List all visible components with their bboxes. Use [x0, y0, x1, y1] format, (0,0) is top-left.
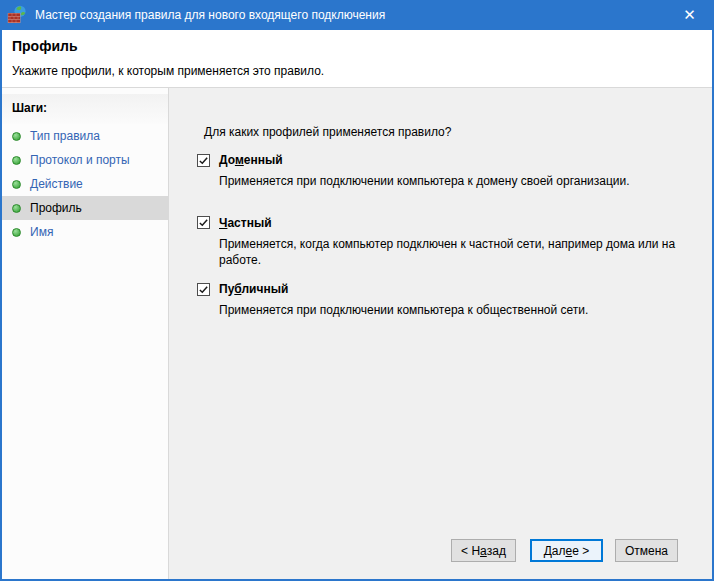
step-bullet-icon	[12, 204, 21, 213]
step-bullet-icon	[12, 228, 21, 237]
sidebar-item-action[interactable]: Действие	[2, 172, 168, 196]
steps-sidebar: Шаги: Тип правила Протокол и порты Дейст…	[2, 88, 169, 579]
checkmark-icon	[198, 155, 209, 166]
sidebar-item-label: Профиль	[30, 201, 82, 215]
profile-block-public: Публичный Применяется при подключении ко…	[197, 282, 712, 319]
step-bullet-icon	[12, 156, 21, 165]
checkmark-icon	[198, 284, 209, 295]
private-description: Применяется, когда компьютер подключен к…	[219, 237, 712, 269]
checkmark-icon	[198, 217, 209, 228]
next-button[interactable]: Далее >	[530, 539, 603, 562]
sidebar-item-label: Протокол и порты	[30, 153, 130, 167]
public-description: Применяется при подключении компьютера к…	[219, 303, 712, 319]
profiles-list: Доменный Применяется при подключении ком…	[197, 153, 712, 319]
sidebar-item-name[interactable]: Имя	[2, 220, 168, 244]
domain-description: Применяется при подключении компьютера к…	[219, 174, 712, 190]
close-button[interactable]: ✕	[667, 0, 712, 30]
sidebar-item-label: Имя	[30, 225, 53, 239]
sidebar-item-label: Тип правила	[30, 129, 100, 143]
page-header: Профиль Укажите профили, к которым приме…	[2, 30, 712, 88]
title-bar: Мастер создания правила для нового входя…	[2, 0, 712, 30]
sidebar-item-protocol-ports[interactable]: Протокол и порты	[2, 148, 168, 172]
profile-row: Публичный	[197, 282, 712, 296]
page-title: Профиль	[12, 38, 700, 54]
domain-checkbox[interactable]	[197, 154, 210, 167]
domain-checkbox-label[interactable]: Доменный	[219, 153, 283, 167]
sidebar-item-label: Действие	[30, 177, 83, 191]
public-checkbox[interactable]	[197, 283, 210, 296]
button-bar: < Назад Далее > Отмена	[451, 539, 678, 562]
step-bullet-icon	[12, 132, 21, 141]
public-checkbox-label[interactable]: Публичный	[219, 282, 288, 296]
private-checkbox-label[interactable]: Частный	[219, 216, 272, 230]
window-title: Мастер создания правила для нового входя…	[35, 8, 667, 22]
wizard-window: Мастер создания правила для нового входя…	[0, 0, 714, 581]
profile-block-domain: Доменный Применяется при подключении ком…	[197, 153, 712, 190]
close-icon: ✕	[683, 6, 696, 24]
profile-row: Доменный	[197, 153, 712, 167]
profiles-question: Для каких профилей применяется правило?	[204, 125, 712, 139]
profile-block-private: Частный Применяется, когда компьютер под…	[197, 216, 712, 269]
cancel-button[interactable]: Отмена	[615, 539, 678, 562]
step-bullet-icon	[12, 180, 21, 189]
private-checkbox[interactable]	[197, 216, 210, 229]
profile-row: Частный	[197, 216, 712, 230]
wizard-body: Шаги: Тип правила Протокол и порты Дейст…	[2, 88, 712, 579]
back-button[interactable]: < Назад	[451, 539, 516, 562]
sidebar-item-rule-type[interactable]: Тип правила	[2, 124, 168, 148]
page-subtitle: Укажите профили, к которым применяется э…	[12, 64, 700, 78]
firewall-icon	[7, 5, 27, 25]
steps-heading: Шаги:	[2, 94, 168, 124]
main-content: Для каких профилей применяется правило? …	[169, 88, 712, 579]
sidebar-item-profile[interactable]: Профиль	[2, 196, 168, 220]
